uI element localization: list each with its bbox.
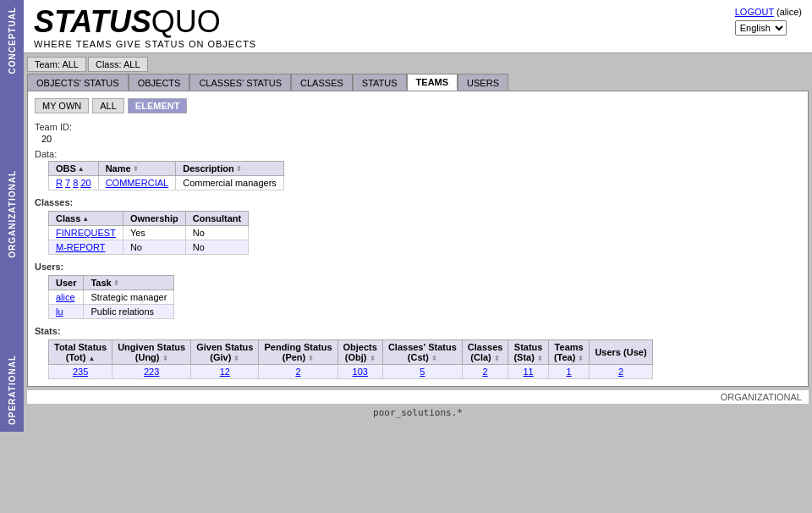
class-name-cell: M-REPORT [49,240,123,255]
classes-label: Classes: [35,197,801,207]
team-name-cell: COMMERCIAL [98,176,176,190]
footer-text: poor_solutions.* [373,407,463,418]
users-table: User Task ⬍ alice Strategic manager lu P… [48,275,174,319]
tab-users[interactable]: USERS [458,74,508,91]
stats-link-8[interactable]: 1 [567,367,572,377]
team-id-value: 20 [41,134,801,144]
tab-teams[interactable]: TEAMS [407,74,458,91]
stats-link-0[interactable]: 235 [73,367,88,377]
tab-status[interactable]: STATUS [353,74,407,91]
team-name-link[interactable]: COMMERCIAL [106,178,169,188]
stats-status-header: Status(Sta) ⬍ [508,340,549,365]
language-selector[interactable]: English [735,20,802,36]
stats-link-4[interactable]: 103 [353,367,368,377]
user-name-cell: alice [49,290,84,305]
user-link-0[interactable]: alice [56,292,75,302]
tab-classes-status[interactable]: CLASSES' STATUS [189,74,291,91]
class-name-cell: FINREQUEST [49,226,123,240]
user-task-cell: Public relations [84,305,174,319]
tab-row: OBJECTS' STATUS OBJECTS CLASSES' STATUS … [27,74,809,91]
tab-objects-status[interactable]: OBJECTS' STATUS [27,74,129,91]
stats-objects-header: Objects(Obj) ⬍ [337,340,382,365]
obs-link-20[interactable]: 20 [80,178,91,188]
stats-classes-status-header: Classes' Status(Cst) ⬍ [382,340,462,365]
stats-cell-4: 103 [337,365,382,379]
sub-tabs: MY OWN ALL ELEMENT [35,98,801,113]
class-link-1[interactable]: M-REPORT [56,242,105,252]
stats-table: Total Status(Tot) ▲ Ungiven Status(Ung) … [48,339,653,379]
main-wrapper: STATUSQUO WHERE TEAMS GIVE STATUS ON OBJ… [24,0,812,422]
logo-subtitle: WHERE TEAMS GIVE STATUS ON OBJECTS [34,39,256,49]
language-dropdown[interactable]: English [735,20,787,36]
class-row: M-REPORT No No [49,240,249,255]
stats-link-6[interactable]: 2 [483,367,488,377]
stats-cell-3: 2 [259,365,337,379]
stats-link-9[interactable]: 2 [618,367,623,377]
user-link-1[interactable]: lu [56,306,63,317]
content-area: MY OWN ALL ELEMENT Team ID: 20 Data: OBS… [27,91,809,387]
class-ownership-cell: Yes [123,226,185,240]
team-desc-cell: Commercial managers [176,176,284,190]
class-ownership-cell: No [123,240,185,255]
team-all-button[interactable]: Team: ALL [27,57,86,72]
users-label: Users: [35,262,801,272]
tab-objects[interactable]: OBJECTS [129,74,190,91]
header: STATUSQUO WHERE TEAMS GIVE STATUS ON OBJ… [24,0,812,53]
obs-link-7[interactable]: 7 [65,178,70,188]
sub-tab-element[interactable]: ELEMENT [128,98,188,113]
logo-area: STATUSQUO WHERE TEAMS GIVE STATUS ON OBJ… [34,7,256,49]
classes-table: Class ▲ Ownership Consultant FINREQUEST … [48,211,249,255]
obs-link-8[interactable]: 8 [73,178,78,188]
stats-cell-6: 2 [462,365,508,379]
user-task-cell: Strategic manager [84,290,174,305]
stats-cell-1: 223 [112,365,191,379]
stats-cell-5: 5 [382,365,462,379]
class-all-button[interactable]: Class: ALL [88,57,148,72]
user-header: User [49,276,84,290]
name-header: Name ⬍ [98,162,176,176]
user-row: lu Public relations [49,305,174,319]
sidebar-operational-label: OPERATIONAL [8,348,17,422]
class-consultant-cell: No [185,240,248,255]
ownership-header: Ownership [123,212,185,226]
stats-cell-9: 2 [590,365,652,379]
logout-link[interactable]: LOGOUT [735,7,774,17]
logo-status: STATUS [34,4,151,39]
sidebar: CONCEPTUAL ORGANIZATIONAL OPERATIONAL [0,0,24,422]
consultant-header: Consultant [185,212,248,226]
stats-row: 235223122103521112 [49,365,653,379]
stats-users-header: Users (Use) [590,340,652,365]
stats-classes-header: Classes(Cla) ⬍ [462,340,508,365]
sub-tab-all[interactable]: ALL [92,98,124,113]
desc-header: Description ⬍ [176,162,284,176]
sub-tab-my-own[interactable]: MY OWN [35,98,89,113]
footer: poor_solutions.* [24,404,812,422]
task-sort-icon: ⬍ [113,279,119,287]
stats-cell-2: 12 [191,365,259,379]
obs-table: OBS ▲ Name ⬍ Description ⬍ [48,161,284,190]
sidebar-organizational-label: ORGANIZATIONAL [8,163,17,265]
desc-sort-icon: ⬍ [236,165,242,173]
stats-link-1[interactable]: 223 [144,367,159,377]
name-sort-icon: ⬍ [133,165,139,173]
stats-cell-8: 1 [548,365,590,379]
tab-classes[interactable]: CLASSES [291,74,353,91]
class-link-0[interactable]: FINREQUEST [56,228,116,238]
stats-link-3[interactable]: 2 [295,367,300,377]
stats-total-header: Total Status(Tot) ▲ [49,340,112,365]
stats-given-header: Given Status(Giv) ⬍ [191,340,259,365]
team-class-row: Team: ALL Class: ALL [27,57,809,72]
class-row: FINREQUEST Yes No [49,226,249,240]
stats-link-7[interactable]: 11 [524,367,534,377]
class-header: Class ▲ [49,212,123,226]
stats-link-5[interactable]: 5 [420,367,425,377]
sidebar-conceptual-label: CONCEPTUAL [8,0,17,80]
stats-label: Stats: [35,326,801,336]
stats-link-2[interactable]: 12 [220,367,230,377]
obs-link-r[interactable]: R [56,178,63,188]
stats-pending-header: Pending Status(Pen) ⬍ [259,340,337,365]
table-row: R 7 8 20 COMMERCIAL Commercial managers [49,176,284,190]
team-id-label: Team ID: [35,122,801,132]
org-label: ORGANIZATIONAL [27,390,809,404]
obs-header: OBS ▲ [49,162,99,176]
